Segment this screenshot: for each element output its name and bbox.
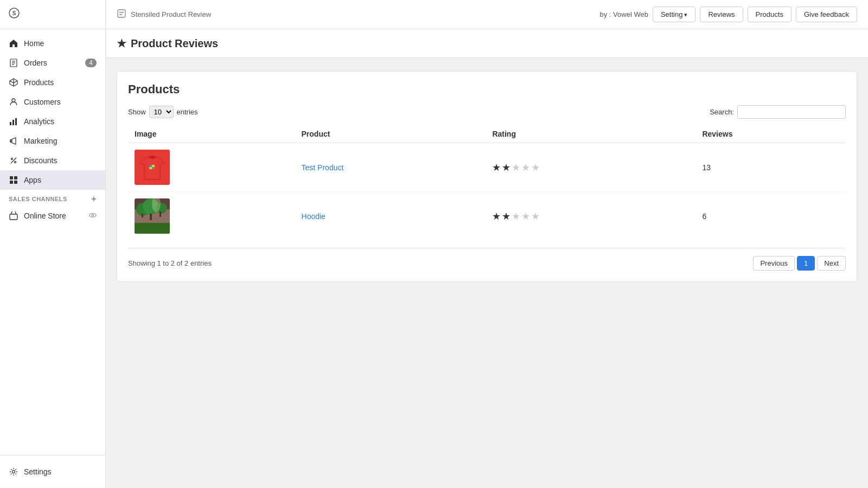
previous-button[interactable]: Previous [753,256,795,271]
rating-cell: ★★★★★ [486,143,695,192]
by-label: by : Vowel Web [600,10,648,18]
sidebar-item-analytics-label: Analytics [24,117,54,126]
sidebar-item-marketing[interactable]: Marketing [0,131,105,151]
sidebar-item-discounts-label: Discounts [24,156,57,165]
topbar-left: Stensiled Product Review [117,9,211,20]
svg-rect-35 [135,223,170,234]
add-sales-channel-button[interactable]: + [91,194,97,204]
settings-icon [9,467,18,477]
sidebar-item-home[interactable]: Home [0,34,105,53]
search-box: Search: [710,105,846,119]
svg-point-22 [149,156,156,159]
sidebar-item-customers-label: Customers [24,98,61,106]
give-feedback-button[interactable]: Give feedback [796,7,857,22]
sales-channels-header: SALES CHANNELS + [0,190,105,206]
products-table: Image Product Rating Reviews T [128,125,846,240]
table-row: Test Product★★★★★13 [128,143,846,192]
online-store-eye-icon[interactable] [89,211,97,221]
search-input[interactable] [737,105,846,119]
sidebar-nav: Home Orders 4 Products Customers A [0,29,105,455]
sidebar-item-marketing-label: Marketing [24,137,57,145]
pagination: Previous 1 Next [753,256,846,271]
sidebar-item-apps[interactable]: Apps [0,170,105,190]
app-stencil-icon [117,9,126,20]
product-name-cell: Hoodie [295,192,486,241]
top-bar: Stensiled Product Review by : Vowel Web … [106,0,868,29]
svg-point-11 [15,162,16,163]
sidebar-item-orders-label: Orders [24,59,47,67]
star-empty: ★ [521,210,530,222]
sidebar-item-home-label: Home [24,39,44,48]
sidebar-item-products[interactable]: Products [0,73,105,92]
next-button[interactable]: Next [817,256,846,271]
svg-rect-13 [14,176,17,179]
reviews-count-cell: 6 [695,192,846,241]
svg-rect-14 [10,181,13,184]
reviews-count-cell: 13 [695,143,846,192]
star-empty: ★ [531,162,540,174]
svg-rect-24 [149,165,152,167]
svg-text:S: S [12,10,16,16]
star-empty: ★ [531,210,540,222]
setting-button[interactable]: Setting [653,7,696,22]
product-image-container [135,198,170,234]
settings-label: Settings [24,467,52,476]
rating-cell: ★★★★★ [486,192,695,241]
star-empty: ★ [512,210,520,222]
page-1-button[interactable]: 1 [797,256,815,271]
star-filled: ★ [492,162,501,174]
svg-point-6 [12,99,15,102]
product-link[interactable]: Hoodie [302,212,326,221]
sidebar-item-analytics[interactable]: Analytics [0,112,105,131]
svg-rect-8 [12,120,14,125]
main-content: Stensiled Product Review by : Vowel Web … [106,0,868,488]
online-store-label: Online Store [24,211,66,220]
sidebar-item-apps-label: Apps [24,176,41,184]
star-empty: ★ [512,162,520,174]
table-controls: Show 10 25 50 entries Search: [128,105,846,119]
customers-icon [9,97,18,107]
app-name: Stensiled Product Review [131,10,211,18]
sidebar: S Home Orders 4 Products [0,0,106,488]
sidebar-logo: S [0,0,105,29]
apps-icon [9,175,18,185]
orders-badge: 4 [85,59,97,67]
col-image: Image [128,125,295,143]
entries-label: entries [177,108,198,116]
sidebar-item-products-label: Products [24,78,54,87]
star-empty: ★ [521,162,530,174]
content-area: Products Show 10 25 50 entries Search: [106,58,868,488]
stars-display: ★★★★★ [492,210,689,222]
svg-rect-20 [118,10,125,17]
marketing-icon [9,136,18,146]
product-link[interactable]: Test Product [302,163,344,172]
sidebar-item-online-store[interactable]: Online Store [0,206,105,226]
reviews-button[interactable]: Reviews [700,7,743,22]
online-store-icon [9,211,18,221]
sidebar-item-orders[interactable]: Orders 4 [0,53,105,73]
products-topbar-button[interactable]: Products [748,7,792,22]
entries-select[interactable]: 10 25 50 [149,106,174,118]
svg-point-10 [11,158,13,160]
sales-channels-label: SALES CHANNELS [9,196,67,202]
search-label: Search: [710,108,734,116]
table-footer: Showing 1 to 2 of 2 entries Previous 1 N… [128,248,846,271]
svg-rect-9 [15,118,17,125]
page-title-text: Product Reviews [131,37,218,50]
product-name-cell: Test Product [295,143,486,192]
logo-icon: S [9,8,20,21]
show-label: Show [128,108,146,116]
discounts-icon [9,156,18,165]
sidebar-item-discounts[interactable]: Discounts [0,151,105,170]
sidebar-bottom: Settings [0,455,105,488]
sidebar-item-settings[interactable]: Settings [0,462,105,481]
card-title: Products [128,82,846,97]
col-rating: Rating [486,125,695,143]
product-image-cell [128,192,295,241]
svg-rect-7 [10,122,11,125]
sidebar-item-customers[interactable]: Customers [0,92,105,112]
star-filled: ★ [502,210,510,222]
topbar-right: by : Vowel Web Setting Reviews Products … [600,7,857,22]
svg-point-17 [90,213,96,217]
svg-point-19 [12,471,15,473]
